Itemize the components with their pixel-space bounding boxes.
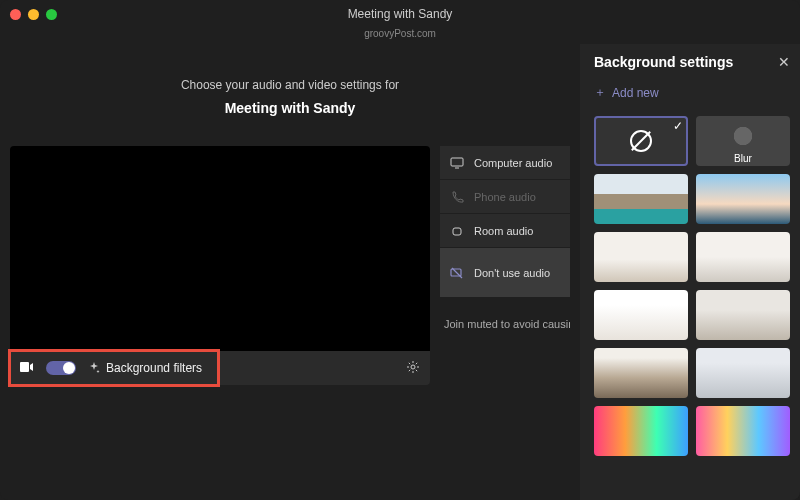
check-icon: ✓: [673, 119, 683, 133]
audio-option-phone: Phone audio: [440, 180, 570, 214]
close-icon[interactable]: ✕: [778, 54, 790, 70]
blur-label: Blur: [696, 153, 790, 164]
camera-icon: [20, 361, 34, 375]
bg-tile-blur[interactable]: Blur: [696, 116, 790, 166]
app-window: Meeting with Sandy groovyPost.com Choose…: [0, 0, 800, 500]
background-grid-scroll[interactable]: ✓ Blur: [594, 116, 796, 500]
svg-rect-2: [453, 228, 461, 235]
prompt-title: Meeting with Sandy: [0, 100, 580, 116]
main-content: Choose your audio and video settings for…: [0, 44, 580, 500]
bg-tile-image[interactable]: [594, 406, 688, 456]
audio-option-computer[interactable]: Computer audio: [440, 146, 570, 180]
prompt: Choose your audio and video settings for…: [0, 78, 580, 116]
audio-column: Computer audio Phone audio Room audio Do…: [440, 146, 570, 385]
mute-note: Join muted to avoid causing: [440, 318, 570, 330]
background-settings-panel: Background settings ✕ ＋ Add new ✓ Blur: [580, 44, 800, 500]
background-filters-label: Background filters: [106, 361, 202, 375]
camera-toggle[interactable]: [46, 361, 76, 375]
window-title: Meeting with Sandy: [0, 7, 800, 21]
bg-tile-image[interactable]: [594, 232, 688, 282]
bg-tile-image[interactable]: [696, 232, 790, 282]
watermark-text: groovyPost.com: [0, 28, 800, 39]
video-column: Background filters: [10, 146, 430, 385]
add-new-button[interactable]: ＋ Add new: [594, 84, 790, 101]
background-filters-button[interactable]: Background filters: [88, 361, 394, 375]
bg-tile-image[interactable]: [594, 174, 688, 224]
bg-tile-image[interactable]: [696, 290, 790, 340]
bg-tile-image[interactable]: [594, 348, 688, 398]
no-audio-icon: [450, 266, 464, 280]
bg-tile-image[interactable]: [696, 174, 790, 224]
svg-rect-1: [451, 158, 463, 166]
bg-tile-image[interactable]: [594, 290, 688, 340]
titlebar: Meeting with Sandy: [0, 0, 800, 28]
background-grid: ✓ Blur: [594, 116, 796, 464]
plus-icon: ＋: [594, 84, 606, 101]
video-controls: Background filters: [10, 351, 430, 385]
svg-point-0: [411, 365, 415, 369]
audio-option-room[interactable]: Room audio: [440, 214, 570, 248]
sparkle-icon: [88, 362, 100, 374]
add-new-label: Add new: [612, 86, 659, 100]
bg-tile-image[interactable]: [696, 348, 790, 398]
none-icon: [630, 130, 652, 152]
panel-title: Background settings: [594, 54, 733, 70]
gear-icon[interactable]: [406, 360, 420, 377]
prompt-subtitle: Choose your audio and video settings for: [0, 78, 580, 92]
room-icon: [450, 224, 464, 238]
phone-icon: [450, 190, 464, 204]
audio-option-none[interactable]: Don't use audio: [440, 248, 570, 298]
bg-tile-image[interactable]: [696, 406, 790, 456]
bg-tile-none[interactable]: ✓: [594, 116, 688, 166]
video-preview: [10, 146, 430, 351]
monitor-icon: [450, 156, 464, 170]
